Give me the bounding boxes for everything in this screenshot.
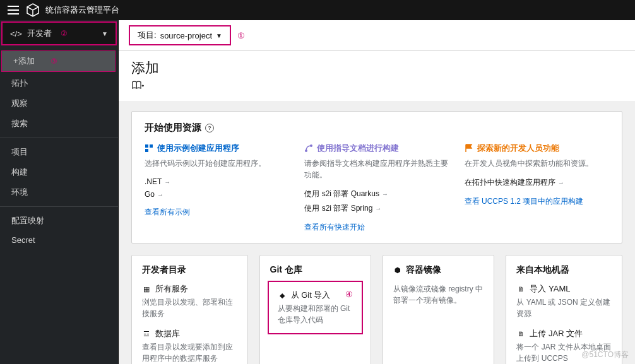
project-label: 项目: [138,30,157,41]
gs-link-go[interactable]: Go→ [145,188,289,201]
cube-icon [25,3,40,18]
gs-samples-desc: 选择代码示例以开始创建应用程序。 [145,158,289,169]
sidebar-item-secret[interactable]: Secret [0,231,118,249]
gs-link-dotnet[interactable]: .NET→ [145,175,289,188]
gs-link-topology[interactable]: 在拓扑中快速构建应用程序→ [465,175,609,190]
gs-explore-footer[interactable]: 查看 UCCPS 1.2 项目中的应用构建 [465,196,609,207]
import-from-git[interactable]: ④ ◆从 Git 导入 从要构建和部署的 Git 仓库导入代码 [268,281,363,334]
upload-icon: 🗎 [516,329,525,338]
product-name: 统信容器云管理平台 [45,4,119,16]
svg-rect-1 [150,144,153,148]
sidebar-item-search[interactable]: 搜索 [0,114,118,134]
cube-icon: ⬢ [393,266,402,275]
product-logo: 统信容器云管理平台 [25,3,119,18]
gs-samples-footer[interactable]: 查看所有示例 [145,207,289,218]
cat-all-services[interactable]: ▦所有服务 浏览目录以发现、部署和连接服务 [142,283,237,319]
gs-explore-desc: 在开发人员视角中探索新功能和资源。 [465,158,609,169]
gs-samples-head: 使用示例创建应用程序 [145,143,289,154]
chevron-down-icon: ▼ [216,32,222,39]
import-yaml[interactable]: 🗎导入 YAML 从 YAML 或 JSON 定义创建资源 [516,283,612,319]
sidebar-item-configmap[interactable]: 配置映射 [0,211,118,231]
divider [0,138,118,138]
chevron-down-icon: ▼ [102,30,108,37]
gs-link-spring[interactable]: 使用 s2i 部署 Spring→ [304,201,449,216]
watermark: @51CTO博客 [581,349,629,360]
getting-started-title: 开始使用资源 ? [145,122,609,134]
hamburger-menu[interactable] [8,6,19,15]
annotation-1: ① [237,31,245,40]
sidebar-item-add[interactable]: +添加 ③ [2,51,115,71]
annotation-4: ④ [345,290,353,299]
database-icon: ☲ [142,329,151,338]
code-icon: </> [10,29,22,38]
gs-guided-desc: 请参阅指导文档来构建应用程序并熟悉主要功能。 [304,158,449,180]
sidebar-item-build[interactable]: 构建 [0,162,118,182]
annotation-3: ③ [50,57,57,66]
page-title: 添加 [131,59,622,78]
sidebar-item-observe[interactable]: 观察 [0,93,118,114]
grid-icon: ▦ [142,285,151,293]
git-repo-title: Git 仓库 [270,264,360,276]
file-icon: 🗎 [516,285,525,293]
flag-icon [465,144,473,153]
svg-rect-0 [145,144,148,148]
annotation-2: ② [61,29,68,38]
gs-explore-head: 探索新的开发人员功能 [465,143,609,154]
sidebar-item-topology[interactable]: 拓扑 [0,73,118,93]
container-image-body: 从镜像流或镜像 registry 中部署一个现有镜像。 [393,283,484,306]
project-value: source-project [160,31,212,40]
route-icon [304,144,313,153]
project-selector[interactable]: 项目: source-project ▼ [129,25,231,45]
gs-guided-head: 使用指导文档进行构建 [304,143,449,154]
help-icon[interactable]: ? [205,124,214,132]
gs-guided-footer[interactable]: 查看所有快速开始 [304,222,449,233]
samples-icon [145,144,153,153]
sidebar-item-project[interactable]: 项目 [0,142,118,162]
perspective-switcher[interactable]: </> 开发者 ② ▼ [3,23,116,44]
local-machine-title: 来自本地机器 [516,264,612,276]
container-image-title[interactable]: ⬢容器镜像 [393,264,484,276]
git-icon: ◆ [278,291,287,300]
sidebar-item-env[interactable]: 环境 [0,182,118,203]
divider [0,206,118,207]
book-plus-icon [131,80,144,90]
perspective-label: 开发者 [27,28,52,39]
dev-catalog-title: 开发者目录 [142,264,237,276]
cat-database[interactable]: ☲数据库 查看目录以发现要添加到应用程序中的数据库服务 [142,328,237,364]
gs-link-quarkus[interactable]: 使用 s2i 部署 Quarkus→ [304,187,449,201]
svg-rect-2 [145,149,148,152]
